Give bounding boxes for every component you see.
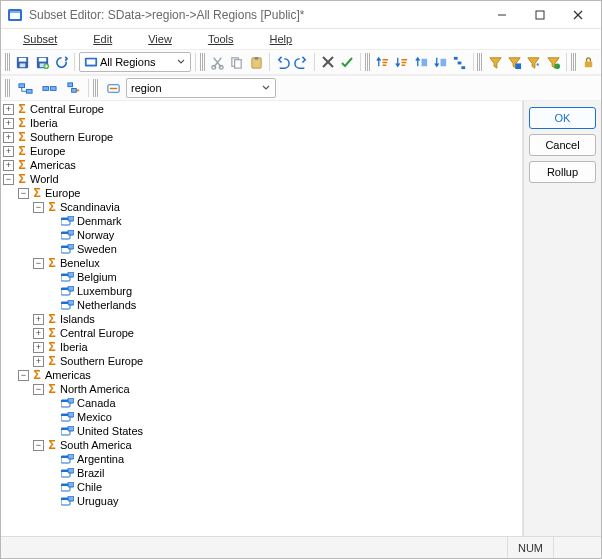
- tree-node[interactable]: −ΣNorth America: [3, 382, 522, 396]
- expand-all-button[interactable]: [14, 77, 36, 99]
- rollup-button[interactable]: Rollup: [529, 161, 596, 183]
- tree-node[interactable]: United States: [3, 424, 522, 438]
- expand-icon[interactable]: +: [3, 160, 14, 171]
- tree-node[interactable]: +ΣCentral Europe: [3, 326, 522, 340]
- sigma-icon: Σ: [16, 158, 28, 172]
- redo-button[interactable]: [293, 51, 310, 73]
- save-as-button[interactable]: [33, 51, 50, 73]
- collapse-icon[interactable]: −: [18, 188, 29, 199]
- tree-node-label: Southern Europe: [60, 354, 143, 368]
- tree-node-label: North America: [60, 382, 130, 396]
- filter-button[interactable]: [486, 51, 503, 73]
- paste-button[interactable]: [248, 51, 265, 73]
- expand-icon[interactable]: +: [3, 146, 14, 157]
- menu-help[interactable]: Help: [254, 32, 309, 46]
- tree-node[interactable]: +ΣEurope: [3, 144, 522, 158]
- close-button[interactable]: [559, 2, 597, 28]
- tree-node[interactable]: Denmark: [3, 214, 522, 228]
- tree-node-label: Americas: [45, 368, 91, 382]
- svg-rect-8: [19, 57, 27, 61]
- maximize-button[interactable]: [521, 2, 559, 28]
- tree-node[interactable]: −ΣEurope: [3, 186, 522, 200]
- element-icon: [61, 244, 74, 255]
- subset-name-dropdown[interactable]: All Regions: [79, 52, 191, 72]
- tree-node[interactable]: −ΣWorld: [3, 172, 522, 186]
- element-icon: [61, 496, 74, 507]
- keep-button[interactable]: [339, 51, 356, 73]
- dimension-value: region: [131, 82, 259, 94]
- status-empty: [553, 537, 581, 558]
- filter-attribute-button[interactable]: [544, 51, 561, 73]
- svg-rect-27: [458, 61, 462, 64]
- cut-button[interactable]: [209, 51, 226, 73]
- delete-button[interactable]: [319, 51, 336, 73]
- tree-node[interactable]: Belgium: [3, 270, 522, 284]
- tree-node[interactable]: Uruguay: [3, 494, 522, 508]
- alias-button[interactable]: [102, 77, 124, 99]
- sort-hierarchy-button[interactable]: [451, 51, 468, 73]
- cancel-button[interactable]: Cancel: [529, 134, 596, 156]
- tree-node[interactable]: Chile: [3, 480, 522, 494]
- menu-edit[interactable]: Edit: [77, 32, 128, 46]
- tree-node[interactable]: −ΣSouth America: [3, 438, 522, 452]
- collapse-icon[interactable]: −: [33, 384, 44, 395]
- security-button[interactable]: [580, 51, 597, 73]
- dimension-dropdown[interactable]: region: [126, 78, 276, 98]
- expand-icon[interactable]: +: [33, 342, 44, 353]
- tree-node[interactable]: Brazil: [3, 466, 522, 480]
- reload-button[interactable]: [53, 51, 70, 73]
- expand-icon[interactable]: +: [3, 132, 14, 143]
- menu-tools[interactable]: Tools: [192, 32, 250, 46]
- filter-wildcard-button[interactable]: *: [525, 51, 542, 73]
- tree-node[interactable]: +ΣIberia: [3, 116, 522, 130]
- tree-node[interactable]: Mexico: [3, 410, 522, 424]
- tree-node[interactable]: +ΣSouthern Europe: [3, 130, 522, 144]
- tree-node[interactable]: Canada: [3, 396, 522, 410]
- tree-node[interactable]: +ΣAmericas: [3, 158, 522, 172]
- minimize-button[interactable]: [483, 2, 521, 28]
- collapse-all-button[interactable]: [38, 77, 60, 99]
- sort-desc-button[interactable]: [393, 51, 410, 73]
- collapse-icon[interactable]: −: [33, 258, 44, 269]
- expand-icon[interactable]: +: [33, 356, 44, 367]
- app-icon: [7, 7, 23, 23]
- svg-rect-33: [18, 83, 24, 87]
- sigma-icon: Σ: [31, 186, 43, 200]
- sort-index-asc-button[interactable]: [412, 51, 429, 73]
- sort-asc-button[interactable]: [374, 51, 391, 73]
- collapse-icon[interactable]: −: [33, 202, 44, 213]
- no-expander: [48, 272, 59, 283]
- tree-panel[interactable]: +ΣCentral Europe+ΣIberia+ΣSouthern Europ…: [1, 101, 523, 536]
- svg-rect-25: [441, 58, 447, 66]
- undo-button[interactable]: [274, 51, 291, 73]
- expand-icon[interactable]: +: [3, 104, 14, 115]
- copy-button[interactable]: [228, 51, 245, 73]
- filter-level-button[interactable]: [506, 51, 523, 73]
- collapse-icon[interactable]: −: [33, 440, 44, 451]
- save-button[interactable]: [14, 51, 31, 73]
- sort-index-desc-button[interactable]: [432, 51, 449, 73]
- tree-node[interactable]: Luxemburg: [3, 284, 522, 298]
- tree-node[interactable]: Netherlands: [3, 298, 522, 312]
- toolbar-grip: [365, 53, 370, 71]
- tree-node[interactable]: +ΣIslands: [3, 312, 522, 326]
- expand-icon[interactable]: +: [3, 118, 14, 129]
- tree-node[interactable]: +ΣCentral Europe: [3, 102, 522, 116]
- expand-icon[interactable]: +: [33, 314, 44, 325]
- ok-button[interactable]: OK: [529, 107, 596, 129]
- tree-node[interactable]: −ΣBenelux: [3, 256, 522, 270]
- menu-subset[interactable]: Subset: [7, 32, 73, 46]
- expand-icon[interactable]: +: [33, 328, 44, 339]
- tree-node[interactable]: +ΣIberia: [3, 340, 522, 354]
- collapse-icon[interactable]: −: [18, 370, 29, 381]
- drilldown-button[interactable]: [62, 77, 84, 99]
- tree-node[interactable]: Argentina: [3, 452, 522, 466]
- tree-node[interactable]: −ΣScandinavia: [3, 200, 522, 214]
- menu-view[interactable]: View: [132, 32, 188, 46]
- tree-node[interactable]: +ΣSouthern Europe: [3, 354, 522, 368]
- svg-rect-19: [235, 59, 242, 67]
- tree-node[interactable]: Sweden: [3, 242, 522, 256]
- tree-node[interactable]: −ΣAmericas: [3, 368, 522, 382]
- tree-node[interactable]: Norway: [3, 228, 522, 242]
- collapse-icon[interactable]: −: [3, 174, 14, 185]
